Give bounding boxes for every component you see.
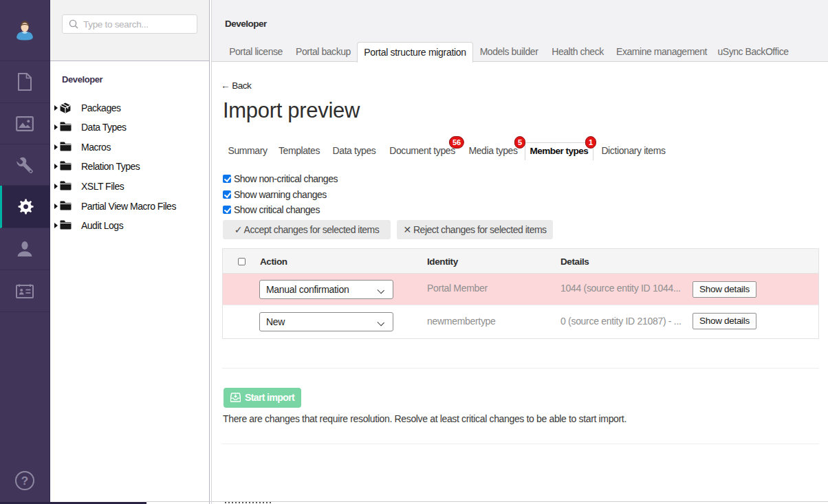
svg-text:?: ? (21, 474, 28, 487)
